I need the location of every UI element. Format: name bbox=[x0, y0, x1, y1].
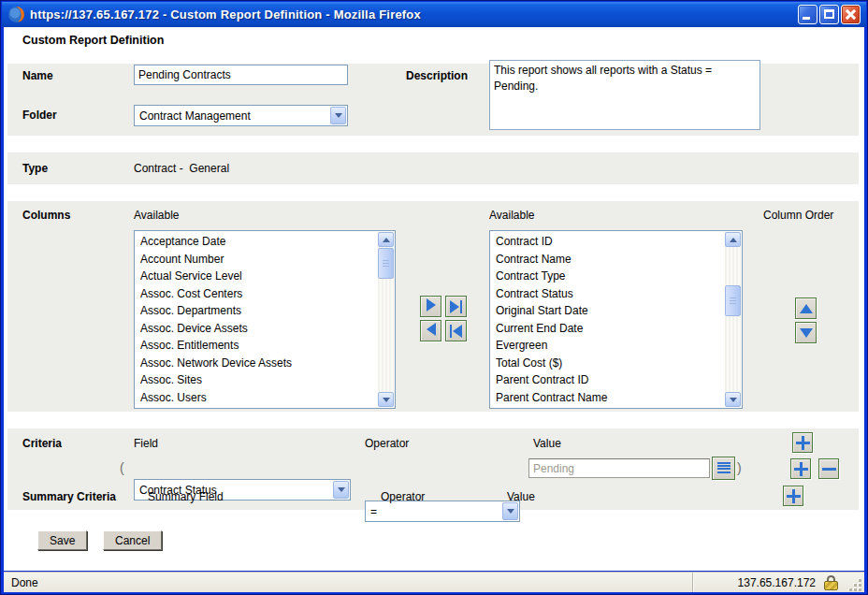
value-list-icon bbox=[717, 462, 731, 474]
save-button[interactable]: Save bbox=[37, 530, 87, 550]
add-criteria-button[interactable] bbox=[790, 458, 811, 479]
move-all-left-button[interactable] bbox=[445, 320, 467, 341]
minimize-button[interactable] bbox=[798, 5, 817, 24]
move-right-button[interactable] bbox=[420, 296, 441, 317]
move-all-left-icon bbox=[450, 325, 462, 338]
remove-icon bbox=[822, 468, 836, 471]
list-item[interactable]: Contract ID bbox=[491, 233, 725, 251]
chevron-down-icon[interactable] bbox=[333, 481, 349, 499]
window-title: https://137.65.167.172 - Custom Report D… bbox=[30, 7, 798, 22]
lock-icon[interactable] bbox=[823, 575, 840, 590]
remove-criteria-button[interactable] bbox=[818, 458, 839, 479]
firefox-icon bbox=[7, 6, 25, 23]
selected-columns-list[interactable]: Contract IDContract NameContract TypeCon… bbox=[489, 230, 743, 409]
scroll-up-icon[interactable] bbox=[725, 232, 741, 247]
scrollbar-thumb[interactable] bbox=[725, 285, 741, 316]
selected-columns-header: Available bbox=[489, 209, 534, 222]
page-title: Custom Report Definition bbox=[22, 34, 164, 47]
title-bar[interactable]: https://137.65.167.172 - Custom Report D… bbox=[2, 2, 866, 27]
criteria-operator-value: = bbox=[370, 505, 377, 518]
type-label: Type bbox=[22, 162, 48, 175]
list-item[interactable]: Total Cost ($) bbox=[491, 355, 725, 372]
maximize-icon bbox=[824, 9, 834, 19]
list-item[interactable]: Assoc. Entitlements bbox=[136, 337, 378, 355]
move-all-right-button[interactable] bbox=[445, 296, 467, 317]
description-textarea[interactable]: This report shows all reports with a Sta… bbox=[489, 60, 760, 130]
move-down-button[interactable] bbox=[795, 322, 817, 343]
scrollbar-thumb[interactable] bbox=[378, 248, 394, 279]
add-icon bbox=[796, 436, 810, 450]
type-value: Contract - General bbox=[134, 162, 229, 175]
available-columns-list[interactable]: Acceptance DateAccount NumberActual Serv… bbox=[134, 230, 396, 409]
move-down-icon bbox=[800, 325, 813, 341]
firefox-window: https://137.65.167.172 - Custom Report D… bbox=[0, 0, 868, 595]
list-item[interactable]: Assoc. Device Assets bbox=[136, 320, 378, 338]
summary-criteria-label: Summary Criteria bbox=[22, 490, 116, 503]
close-paren: ) bbox=[737, 460, 742, 475]
summary-field-header: Summary Field bbox=[148, 490, 224, 503]
name-input[interactable] bbox=[134, 65, 348, 85]
list-item[interactable]: Assoc. Cost Centers bbox=[136, 285, 378, 303]
list-item[interactable]: Account Number bbox=[136, 251, 378, 268]
criteria-value-header: Value bbox=[533, 437, 561, 450]
host-address: 137.65.167.172 bbox=[701, 576, 823, 589]
list-item[interactable]: Original Start Date bbox=[491, 302, 725, 320]
list-item[interactable]: Contract Status bbox=[491, 285, 725, 303]
criteria-value-input[interactable] bbox=[528, 458, 710, 478]
maximize-button[interactable] bbox=[819, 5, 839, 24]
move-left-icon bbox=[427, 323, 436, 340]
columns-label: Columns bbox=[22, 209, 70, 222]
list-item[interactable]: Evergreen bbox=[491, 337, 725, 355]
description-label: Description bbox=[406, 69, 468, 82]
summary-value-header: Value bbox=[507, 490, 535, 503]
selected-columns-scrollbar[interactable] bbox=[725, 232, 741, 407]
criteria-operator-header: Operator bbox=[365, 437, 409, 450]
add-icon bbox=[794, 462, 808, 476]
move-all-right-icon bbox=[450, 300, 462, 313]
list-item[interactable]: Actual Service Level bbox=[136, 268, 378, 285]
add-criteria-group-button[interactable] bbox=[792, 432, 813, 453]
available-columns-header: Available bbox=[134, 209, 179, 222]
criteria-label: Criteria bbox=[22, 437, 62, 450]
criteria-field-header: Field bbox=[134, 437, 158, 450]
statusbar-divider bbox=[692, 573, 693, 592]
move-up-icon bbox=[800, 300, 813, 317]
name-label: Name bbox=[22, 69, 53, 82]
list-item[interactable]: Current End Date bbox=[491, 320, 725, 338]
list-item[interactable]: Assoc. Departments bbox=[136, 302, 378, 320]
list-item[interactable]: Assoc. Network Device Assets bbox=[136, 355, 378, 372]
list-item[interactable]: Contract Name bbox=[491, 251, 725, 268]
add-summary-criteria-button[interactable] bbox=[783, 486, 803, 506]
chevron-down-icon[interactable] bbox=[330, 107, 346, 124]
add-icon bbox=[787, 489, 801, 503]
list-item[interactable]: Acceptance Date bbox=[136, 233, 378, 251]
close-button[interactable] bbox=[841, 5, 861, 24]
page-content: Custom Report Definition Name Folder Con… bbox=[4, 27, 864, 571]
list-item[interactable]: Assoc. Sites bbox=[136, 371, 378, 389]
open-paren: ( bbox=[120, 460, 124, 475]
move-left-button[interactable] bbox=[420, 320, 441, 341]
move-up-button[interactable] bbox=[795, 298, 817, 319]
folder-label: Folder bbox=[22, 109, 57, 122]
list-item[interactable]: Assoc. Users bbox=[136, 389, 378, 407]
folder-select-value: Contract Management bbox=[139, 109, 251, 123]
minimize-icon bbox=[803, 17, 810, 20]
list-item[interactable]: Parent Contract ID bbox=[491, 371, 725, 389]
available-columns-scrollbar[interactable] bbox=[378, 232, 394, 407]
scroll-down-icon[interactable] bbox=[725, 392, 741, 407]
criteria-operator-select[interactable]: = bbox=[365, 501, 520, 522]
scroll-down-icon[interactable] bbox=[378, 392, 394, 407]
folder-select[interactable]: Contract Management bbox=[134, 105, 348, 126]
status-message: Done bbox=[4, 576, 692, 589]
list-item[interactable]: Contract Type bbox=[491, 268, 725, 285]
resize-grip[interactable] bbox=[849, 579, 862, 592]
move-right-icon bbox=[427, 298, 436, 315]
value-list-button[interactable] bbox=[712, 457, 735, 480]
cancel-button[interactable]: Cancel bbox=[103, 530, 162, 550]
scroll-up-icon[interactable] bbox=[378, 232, 394, 247]
list-item[interactable]: Parent Contract Name bbox=[491, 389, 725, 407]
summary-operator-header: Operator bbox=[381, 490, 425, 503]
chevron-down-icon[interactable] bbox=[502, 502, 518, 520]
status-bar: Done 137.65.167.172 bbox=[4, 572, 864, 592]
column-order-header: Column Order bbox=[763, 209, 833, 222]
